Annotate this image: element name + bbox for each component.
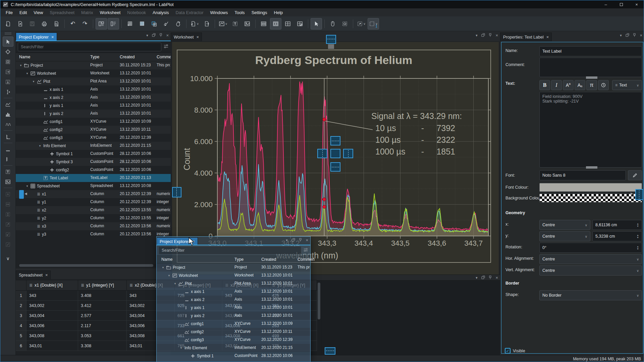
dock-menu-icon[interactable]: ▼ [146,34,149,37]
zoom-fit-width-icon[interactable] [3,199,13,209]
dock-menu-icon[interactable]: ▼ [475,34,478,37]
menu-settings[interactable]: Settings [248,9,271,16]
font-colour-swatch[interactable] [539,183,642,192]
cell[interactable]: 343,002 [26,301,78,311]
zoom-select-y-icon[interactable] [3,77,13,87]
toolbar-overflow-chevron-icon[interactable]: ∨ [3,253,13,263]
close-icon[interactable]: × [197,35,199,40]
tree-row-y-axis-1[interactable]: y axis 1Axis13.12.2020 10:01 [16,102,171,110]
undo-icon[interactable]: ↶ [67,18,78,29]
dock-float-icon[interactable] [626,33,629,38]
dock-drop-edge-top[interactable] [326,35,336,44]
add-histogram-icon[interactable] [3,109,13,119]
cell[interactable]: 343,01 [26,341,78,351]
import-data-icon[interactable]: ∨ [189,18,200,29]
tree-row-config3[interactable]: config3XYCurve20.12.2020 12:39 [16,134,171,142]
tree-row-config1[interactable]: config1XYCurve13.12.2020 10:09 [16,118,171,126]
maximize-button[interactable] [613,0,629,8]
menu-tools[interactable]: Tools [231,9,248,16]
tree-row-spreadsheet[interactable]: ▾SpreadsheetSpreadsheet13.12.2020 10:08 [16,182,171,190]
vert-alignment-dropdown[interactable]: Centre∨ [539,265,642,276]
select-cursor-icon[interactable] [3,37,13,47]
x-mode-dropdown[interactable]: Centre∨ [539,220,590,230]
tree-row-x1[interactable]: ≣x1Column20.12.2020 12:39numerical [16,190,171,198]
dock-close-icon[interactable]: × [495,275,498,280]
splitter-handle[interactable] [586,76,597,79]
axis-left-icon[interactable] [3,154,13,164]
row-number[interactable]: 2 [16,301,26,311]
tree-row-y3[interactable]: ≣y3Column20.12.2020 13:56integer da [16,230,171,238]
close-icon[interactable]: × [45,273,48,278]
bold-button[interactable]: B [539,80,550,90]
italic-button[interactable]: I [551,80,562,90]
row-number[interactable]: 5 [16,331,26,341]
tree-row-text-label[interactable]: Text LabelTextLabel20.12.2020 21:13 [16,174,171,182]
dock-float-icon[interactable] [152,33,156,38]
zoom-fit-height-icon[interactable] [3,209,13,219]
tree-row-x3[interactable]: ≣x3Column20.12.2020 13:56numerical [16,222,171,230]
cell[interactable]: 343 [26,291,78,301]
layout-grid-icon[interactable] [282,18,293,29]
tree-row-worksheet[interactable]: ▾WorksheetWorksheet13.12.2020 10:01 [16,69,171,77]
insert-text-label-icon[interactable] [3,167,13,177]
color-maps-icon[interactable] [172,18,184,29]
y-value-spinner[interactable]: 5,3238 cm▲▼ [592,231,642,241]
cursor-line-icon[interactable] [3,87,13,97]
dock-drop-edge-right[interactable] [635,189,643,200]
zoom-one-icon[interactable]: 1∨ [368,18,379,29]
export-data-icon[interactable] [201,18,212,29]
tree-row-project[interactable]: ▾ProjectProject30.11.2020 15:23This proj… [16,61,171,69]
dock-pin-icon[interactable] [633,33,636,38]
dock-close-icon[interactable]: × [306,238,308,243]
cell[interactable]: 2.577 [78,311,127,321]
tree-row-symbol-3[interactable]: Symbol 3CustomPoint28.12.2020 10:06 [16,158,171,166]
add-xy-curve-icon[interactable] [3,99,13,109]
tree-row-plot[interactable]: ▾PlotPlot Area13.12.2020 10:01 [157,280,310,288]
toggle-project-explorer-icon[interactable] [96,18,107,29]
menu-analysis[interactable]: Analysis [149,9,172,16]
cell[interactable]: 3.308 [78,341,127,351]
tab-project-explorer[interactable]: Project Explorer× [16,33,57,41]
menu-edit[interactable]: Edit [16,9,30,16]
datetime-button[interactable] [598,80,609,90]
floating-project-explorer[interactable]: Project Explorer× ▼ × Search/Filter Name… [156,236,311,362]
toggle-properties-icon[interactable] [108,18,119,29]
new-document-icon[interactable] [2,18,14,29]
x-value-spinner[interactable]: 8,61136 cm▲▼ [592,220,642,230]
layout-vertical-icon[interactable] [258,18,269,29]
dock-close-icon[interactable]: × [495,33,498,38]
dock-float-icon[interactable] [481,33,485,38]
zoom-fit-selection-icon[interactable] [339,18,351,29]
tab-properties[interactable]: Properties: Text Label× [500,33,552,41]
add-axis-icon[interactable] [3,132,13,142]
dock-drop-indicator-right[interactable] [343,149,353,158]
tree-row-y-axis-2[interactable]: y axis 2Axis13.12.2020 10:01 [157,312,310,320]
filter-icon[interactable] [163,44,169,50]
cell[interactable]: 343,008 [26,331,78,341]
pi-button[interactable]: π [586,80,597,90]
redo-icon[interactable]: ↷ [79,18,91,29]
menu-file[interactable]: File [2,9,16,16]
cell[interactable]: 3.053 [78,331,127,341]
tree-header[interactable]: Name Type Created Commen [16,53,171,61]
mouse-mode-icon[interactable] [327,18,338,29]
hor-alignment-dropdown[interactable]: Centre∨ [539,254,642,264]
vertical-scrollbar[interactable] [317,281,321,355]
cell[interactable]: 343,004 [26,311,78,321]
filter-icon[interactable] [303,247,308,254]
tree-row-config2[interactable]: config2XYCurve13.12.2020 10:11 [16,126,171,134]
horizontal-scrollbar[interactable] [18,264,168,267]
row-number[interactable]: 3 [16,311,26,321]
tree-row-info-element[interactable]: ▾Info ElementInfoElement20.12.2020 21:15 [157,344,310,352]
zoom-select-icon[interactable]: ∨ [356,18,367,29]
dock-pin-icon[interactable] [159,33,163,38]
tree-row-symbol-1[interactable]: Symbol 1CustomPoint28.12.2020 10:06 [157,352,310,360]
dock-drop-indicator-left[interactable] [317,149,327,158]
search-input[interactable]: Search/Filter [159,246,301,254]
dock-menu-icon[interactable]: ▼ [619,34,622,37]
axis-bottom-icon[interactable] [3,144,13,154]
dock-menu-icon[interactable]: ▼ [475,276,478,280]
save-document-icon[interactable] [26,18,38,29]
cell[interactable]: 3.412 [78,301,127,311]
dock-drop-left-dock-hint[interactable] [19,190,24,199]
